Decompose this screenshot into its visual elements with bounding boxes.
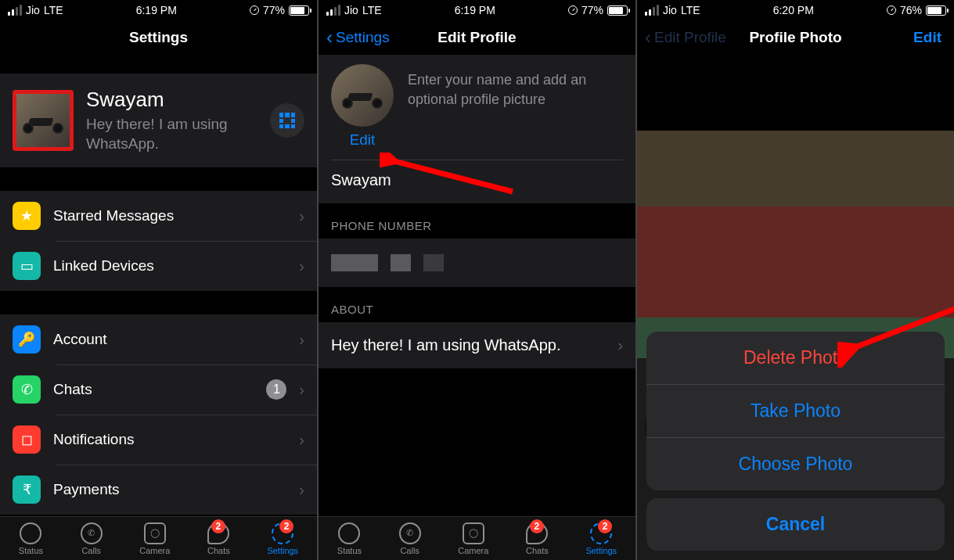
phone-icon: ✆ [399, 522, 421, 544]
redacted-phone [331, 254, 378, 271]
carrier-label: Jio [344, 4, 358, 16]
battery-pct: 77% [263, 4, 285, 16]
profile-status: Hey there! I am using WhatsApp. [86, 115, 257, 153]
nav-header: ‹Settings Edit Profile [319, 20, 635, 55]
row-account[interactable]: 🔑 Account › [0, 314, 317, 364]
alarm-icon [887, 5, 896, 15]
qr-icon [279, 113, 295, 128]
row-notifications[interactable]: ◻ Notifications › [0, 415, 317, 465]
tab-calls[interactable]: ✆Calls [81, 522, 103, 555]
nav-header: Settings [0, 20, 317, 55]
edit-photo-link[interactable]: Edit [331, 131, 394, 149]
back-button[interactable]: ‹Edit Profile [645, 28, 726, 47]
chevron-right-icon: › [299, 331, 304, 349]
network-label: LTE [681, 4, 700, 16]
tab-camera[interactable]: ◯Camera [139, 522, 170, 555]
rupee-icon: ₹ [13, 476, 41, 504]
tab-label: Settings [267, 546, 298, 555]
back-label: Settings [336, 29, 390, 46]
chevron-right-icon: › [299, 257, 304, 275]
row-label: Linked Devices [53, 257, 286, 275]
chevron-right-icon: › [299, 481, 304, 499]
avatar[interactable] [331, 64, 394, 127]
choose-photo-button[interactable]: Choose Photo [646, 437, 945, 490]
phone-section-header: PHONE NUMBER [319, 203, 635, 239]
chevron-right-icon: › [299, 431, 304, 449]
profile-photo: Delete Photo Take Photo Choose Photo Can… [637, 55, 954, 560]
qr-button[interactable] [270, 103, 304, 138]
tab-label: Chats [526, 546, 549, 555]
tab-label: Status [19, 546, 43, 555]
battery-pct: 77% [581, 4, 603, 16]
carrier-label: Jio [663, 4, 677, 16]
nav-title: Settings [129, 29, 188, 46]
redacted-phone [391, 254, 411, 271]
tab-label: Settings [585, 546, 617, 555]
tab-label: Calls [81, 546, 100, 555]
row-label: Notifications [53, 431, 286, 448]
about-section-header: ABOUT [319, 287, 635, 322]
back-button[interactable]: ‹Settings [326, 28, 390, 47]
camera-icon: ◯ [463, 522, 484, 544]
phone-row [319, 239, 635, 287]
alarm-icon [568, 5, 578, 15]
signal-icon [326, 5, 340, 16]
profile-name: Swayam [86, 88, 257, 112]
tab-settings[interactable]: Settings2 [267, 522, 298, 555]
status-icon [338, 522, 360, 544]
battery-pct: 76% [900, 4, 922, 16]
tab-status[interactable]: Status [19, 522, 43, 555]
status-bar: Jio LTE 6:19 PM 77% [0, 0, 317, 20]
camera-icon: ◯ [144, 522, 166, 544]
profile-hint: Enter your name and add an optional prof… [408, 64, 623, 109]
chevron-left-icon: ‹ [645, 28, 651, 47]
row-label: Chats [53, 381, 254, 398]
chevron-right-icon: › [299, 207, 304, 225]
about-row[interactable]: Hey there! I am using WhatsApp. › [319, 322, 635, 368]
tab-bar: Status ✆Calls ◯Camera Chats2 Settings2 [319, 516, 635, 560]
time-label: 6:19 PM [136, 4, 177, 16]
tab-bar: Status ✆Calls ◯Camera Chats2 Settings2 [0, 516, 317, 560]
tab-status[interactable]: Status [337, 522, 362, 555]
avatar[interactable] [13, 90, 74, 151]
edit-profile-screen: Jio LTE 6:19 PM 77% ‹Settings Edit Profi… [319, 0, 635, 560]
laptop-icon: ▭ [13, 252, 41, 280]
name-field[interactable]: Swayam [331, 171, 623, 189]
chevron-right-icon: › [299, 381, 304, 399]
time-label: 6:20 PM [773, 4, 814, 16]
tab-label: Chats [207, 546, 230, 555]
chevron-left-icon: ‹ [326, 28, 333, 47]
delete-photo-button[interactable]: Delete Photo [646, 332, 945, 384]
tab-settings[interactable]: Settings2 [585, 522, 617, 555]
row-label: Payments [53, 481, 286, 498]
profile-row[interactable]: Swayam Hey there! I am using WhatsApp. [0, 74, 317, 167]
tab-badge: 2 [598, 519, 612, 533]
nav-header: ‹Edit Profile Profile Photo Edit [637, 20, 954, 55]
tab-camera[interactable]: ◯Camera [458, 522, 488, 555]
tab-chats[interactable]: Chats2 [207, 522, 230, 555]
row-chats[interactable]: ✆ Chats 1 › [0, 364, 317, 415]
signal-icon [645, 5, 659, 16]
tab-chats[interactable]: Chats2 [526, 522, 549, 555]
whatsapp-icon: ✆ [13, 375, 41, 404]
signal-icon [8, 5, 22, 16]
notification-icon: ◻ [13, 425, 41, 454]
tab-label: Camera [139, 546, 170, 555]
back-label: Edit Profile [654, 29, 726, 46]
unread-badge: 1 [266, 379, 286, 400]
nav-title: Profile Photo [749, 29, 841, 46]
tab-calls[interactable]: ✆Calls [399, 522, 421, 555]
row-starred-messages[interactable]: ★ Starred Messages › [0, 191, 317, 241]
edit-button[interactable]: Edit [913, 29, 941, 46]
tab-label: Calls [400, 546, 419, 555]
network-label: LTE [362, 4, 382, 16]
cancel-button[interactable]: Cancel [646, 498, 945, 551]
row-linked-devices[interactable]: ▭ Linked Devices › [0, 241, 317, 291]
battery-icon [926, 5, 946, 16]
battery-icon [289, 5, 309, 16]
take-photo-button[interactable]: Take Photo [646, 384, 945, 437]
row-label: Starred Messages [53, 207, 286, 224]
redacted-phone [423, 254, 444, 271]
row-payments[interactable]: ₹ Payments › [0, 465, 317, 515]
about-text: Hey there! I am using WhatsApp. [331, 336, 560, 354]
